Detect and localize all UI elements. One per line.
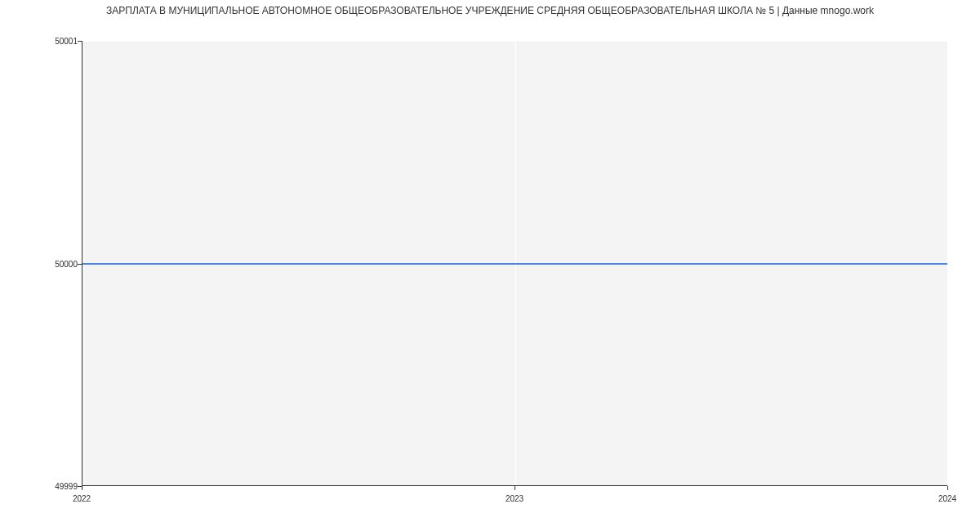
grid-line-horizontal: [82, 41, 947, 42]
y-axis-tick-label: 50001: [37, 37, 78, 46]
y-tick-mark: [78, 41, 82, 42]
x-axis-tick-label: 2022: [73, 494, 91, 503]
x-tick-mark: [82, 486, 82, 490]
grid-line-vertical: [947, 41, 948, 485]
chart-title: ЗАРПЛАТА В МУНИЦИПАЛЬНОЕ АВТОНОМНОЕ ОБЩЕ…: [0, 5, 980, 16]
x-tick-mark: [514, 486, 515, 490]
y-axis-tick-label: 49999: [37, 482, 78, 491]
y-axis-tick-label: 50000: [37, 259, 78, 268]
data-series-line: [82, 263, 947, 265]
y-tick-mark: [78, 264, 82, 265]
x-axis-tick-label: 2023: [506, 494, 523, 503]
plot-area: [82, 41, 947, 486]
x-axis-tick-label: 2024: [938, 494, 956, 503]
x-tick-mark: [947, 486, 948, 490]
